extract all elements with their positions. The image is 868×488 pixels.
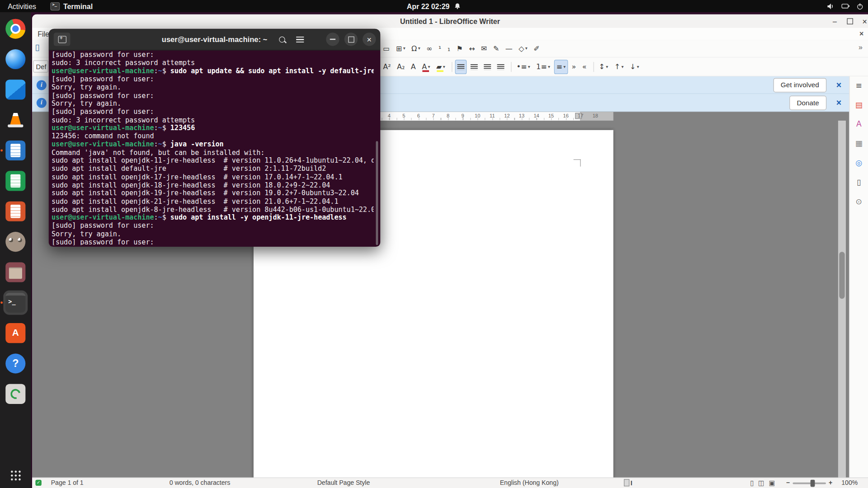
writer-titlebar[interactable]: Untitled 1 - LibreOffice Writer (32, 14, 868, 28)
insert-cross-reference-button[interactable]: ↔ (467, 41, 477, 56)
activities-button[interactable]: Activities (8, 2, 36, 10)
terminal-scrollbar-thumb[interactable] (376, 141, 378, 245)
show-draw-functions-button[interactable]: ✐ (531, 41, 542, 56)
dock-item-calc[interactable] (3, 169, 28, 193)
navigator-button[interactable]: ◎ (852, 156, 865, 169)
insert-table-button[interactable]: ⊞▾ (394, 41, 408, 56)
dock-item-software[interactable] (3, 321, 28, 345)
dock-item-files[interactable] (3, 260, 28, 285)
book-view-button[interactable]: ▣ (769, 479, 775, 487)
decrease-indent-button[interactable]: « (580, 60, 589, 74)
insert-bookmark-button[interactable]: ⚑ (454, 41, 465, 56)
language-status[interactable]: English (Hong Kong) (500, 479, 559, 486)
focused-app-menu[interactable]: Terminal (51, 2, 93, 10)
terminal-output[interactable]: [sudo] password for user: sudo: 3 incorr… (52, 50, 374, 245)
terminal-text-segment: [sudo] password for user: (52, 108, 158, 116)
document-close-button[interactable]: × (859, 29, 863, 38)
properties-button[interactable]: ▤ (852, 98, 865, 111)
gallery-button[interactable]: ▦ (852, 136, 865, 149)
multi-page-view-button[interactable]: ◫ (758, 479, 764, 487)
decrease-paragraph-spacing-button[interactable]: ↓▾ (627, 60, 642, 74)
zoom-level[interactable]: 100% (841, 479, 858, 486)
basic-shapes-button[interactable]: ◇▾ (516, 41, 529, 56)
zoom-slider-thumb[interactable] (811, 480, 815, 487)
paragraph-style-combobox[interactable]: Def (33, 60, 48, 72)
dock-item-browser[interactable] (3, 47, 28, 71)
donate-button[interactable]: Donate (790, 95, 826, 110)
ordered-list-button[interactable]: 1≡▾ (534, 60, 552, 74)
insert-hyperlink-button[interactable]: ∞ (424, 41, 434, 56)
app-grid-button[interactable] (9, 470, 21, 482)
dock-item-vlc[interactable] (3, 108, 28, 132)
sidebar-settings-button[interactable]: ≡ (852, 79, 865, 91)
zoom-in-button[interactable]: + (829, 479, 832, 486)
line-spacing-button[interactable]: ↕▾ (597, 60, 611, 74)
zoom-out-button[interactable]: − (786, 479, 790, 486)
insert-text-box-button[interactable]: ▭ (381, 41, 392, 56)
insert-comment-icon: ✉ (481, 44, 487, 52)
insert-special-character-button[interactable]: Ω▾ (409, 41, 422, 56)
terminal-line: user@user-virtual-machine:~$ sudo apt in… (52, 214, 374, 222)
highlighting-color-button[interactable]: ▰▾ (434, 60, 447, 74)
terminal-close-button[interactable]: × (363, 33, 376, 46)
page-style-status[interactable]: Default Page Style (317, 479, 370, 486)
styles-button[interactable]: A (852, 117, 865, 130)
writer-maximize-button[interactable] (844, 15, 856, 27)
document-status-icon[interactable]: ✓ (35, 480, 41, 486)
new-document-button[interactable]: ▯ (35, 42, 39, 52)
dock-item-writer[interactable] (3, 138, 28, 163)
document-scrollbar[interactable] (838, 121, 846, 478)
increase-paragraph-spacing-button[interactable]: ↑▾ (612, 60, 626, 74)
ruler-number: 18 (593, 113, 598, 118)
track-changes-button[interactable]: ✎ (491, 41, 501, 56)
insert-endnote-button[interactable]: ₁ (445, 41, 453, 56)
writer-minimize-button[interactable]: – (829, 15, 841, 27)
style-inspector-button[interactable]: ⊙ (852, 195, 865, 207)
align-left-button[interactable] (455, 60, 467, 74)
subscript-button[interactable]: A₂ (395, 60, 407, 74)
insert-bookmark-icon: ⚑ (457, 44, 463, 52)
system-tray[interactable] (827, 3, 863, 10)
word-count-status[interactable]: 0 words, 0 characters (170, 479, 231, 486)
scrollbar-thumb[interactable] (839, 252, 844, 299)
font-color-button[interactable]: A▾ (420, 60, 432, 74)
terminal-titlebar[interactable]: user@user-virtual-machine: ~ × (49, 29, 380, 51)
dock-item-impress[interactable] (3, 199, 28, 224)
dock-item-help[interactable] (3, 352, 28, 376)
infobar-close-icon[interactable]: × (836, 98, 841, 108)
insert-comment-button[interactable]: ✉ (479, 41, 489, 56)
increase-indent-button[interactable]: » (570, 60, 579, 74)
justified-button[interactable] (495, 60, 507, 74)
dock-item-gimp[interactable] (3, 230, 28, 254)
menu-file[interactable]: File (38, 30, 49, 38)
infobar-close-icon[interactable]: × (836, 80, 841, 90)
superscript-button[interactable]: A² (381, 60, 393, 74)
terminal-line: sudo apt install openjdk-11-jre-headless… (52, 157, 374, 165)
writer-close-button[interactable]: × (859, 15, 868, 27)
outline-list-button[interactable]: ≡▾ (554, 60, 568, 74)
unordered-list-button[interactable]: •≡▾ (514, 60, 533, 74)
clock-area[interactable]: Apr 22 02:29 (407, 2, 461, 10)
dock-item-terminal[interactable] (3, 291, 28, 315)
menu-button[interactable] (293, 33, 307, 46)
page-number-status[interactable]: Page 1 of 1 (51, 479, 84, 486)
dock-item-chrome[interactable] (3, 17, 28, 41)
align-right-button[interactable] (481, 60, 493, 74)
terminal-scrollbar[interactable] (375, 50, 379, 244)
terminal-minimize-button[interactable] (326, 33, 339, 46)
zoom-slider[interactable] (793, 483, 826, 484)
terminal-maximize-button[interactable] (344, 33, 358, 46)
toolbar-overflow-button[interactable]: » (859, 43, 863, 52)
search-button[interactable] (275, 33, 288, 46)
dock-item-vscode[interactable] (3, 77, 28, 102)
insert-horizontal-line-button[interactable]: — (503, 41, 515, 56)
single-page-view-button[interactable]: ▯ (750, 479, 754, 487)
page-button[interactable]: ▯ (852, 175, 865, 188)
get-involved-button[interactable]: Get involved (774, 78, 826, 92)
dock-item-extras[interactable] (3, 382, 28, 406)
writer-statusbar: ✓ Page 1 of 1 0 words, 0 characters Defa… (32, 478, 868, 488)
text-effects-button[interactable]: A (409, 60, 418, 74)
insert-footnote-button[interactable]: ¹ (436, 41, 443, 56)
insert-mode-icon[interactable]: I (624, 479, 632, 486)
align-center-button[interactable] (468, 60, 480, 74)
